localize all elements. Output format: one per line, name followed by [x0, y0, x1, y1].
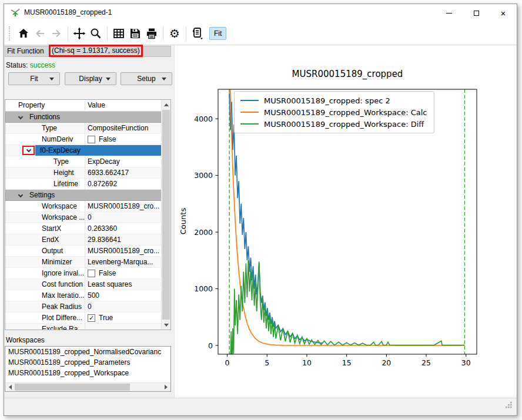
- property-row[interactable]: StartX0.263360: [5, 223, 161, 234]
- toolbar-separator: [163, 26, 163, 41]
- resize-grip[interactable]: [505, 401, 513, 411]
- toolbar-grip[interactable]: [9, 26, 11, 41]
- window-controls: ×: [436, 4, 517, 22]
- chart-title: MUSR00015189_cropped: [218, 69, 477, 79]
- property-value[interactable]: MUSR00015189_cro...: [88, 201, 160, 211]
- property-value[interactable]: ✓True: [88, 313, 160, 323]
- workspaces-items: MUSR00015189_cropped_NormalisedCovarianc…: [5, 347, 170, 378]
- chevron-down-icon[interactable]: [26, 147, 31, 152]
- fit-property-browser: Fit Function (Chi-sq = 1.91317, success)…: [4, 45, 174, 398]
- scrollbar-thumb[interactable]: [15, 384, 130, 391]
- property-row[interactable]: Exclude Ra...: [5, 324, 161, 330]
- y-tick-label: 2000: [194, 228, 213, 237]
- workspace-list-item[interactable]: MUSR00015189_cropped_Workspace: [5, 368, 170, 378]
- property-value[interactable]: 500: [88, 290, 160, 301]
- pan-icon[interactable]: [71, 25, 88, 42]
- chart-legend[interactable]: MUSR00015189_cropped: spec 2MUSR00015189…: [234, 91, 434, 133]
- workspace-list-item[interactable]: MUSR00015189_cropped_NormalisedCovarianc: [5, 347, 170, 357]
- y-axis-label: Counts: [179, 192, 188, 251]
- x-tick-label: 20: [382, 358, 391, 367]
- property-row[interactable]: NumDerivFalse: [5, 134, 161, 145]
- setup-menu-button[interactable]: Setup: [121, 72, 172, 85]
- plot-toolbar: ⚙ Fit: [4, 22, 517, 45]
- legend-line-sample: [240, 112, 259, 113]
- property-value[interactable]: 0: [88, 301, 160, 312]
- property-row[interactable]: Plot Differe...✓True: [5, 313, 161, 324]
- zoom-icon[interactable]: [88, 25, 104, 42]
- checkbox-checked[interactable]: ✓: [88, 314, 95, 322]
- scroll-down-button[interactable]: [162, 320, 170, 330]
- workspace-list-item[interactable]: MUSR00015189_cropped_Parameters: [5, 357, 170, 368]
- property-row[interactable]: Height6933.662417: [5, 167, 161, 179]
- scroll-right-button[interactable]: [161, 383, 170, 391]
- property-value[interactable]: MUSR00015189_cro...: [88, 246, 160, 256]
- print-icon[interactable]: [143, 25, 160, 42]
- forward-icon[interactable]: [48, 25, 65, 42]
- gear-icon[interactable]: ⚙: [166, 25, 183, 42]
- property-value[interactable]: False: [88, 134, 160, 145]
- grid-icon[interactable]: [111, 25, 127, 42]
- checkbox-unchecked[interactable]: [88, 136, 95, 143]
- property-label: Type: [42, 123, 57, 133]
- legend-line-sample: [240, 123, 259, 125]
- property-row[interactable]: TypeExpDecay: [5, 156, 161, 167]
- property-table: Property Value FunctionsTypeCompositeFun…: [5, 99, 171, 330]
- workspaces-label: Workspaces: [6, 336, 45, 344]
- save-icon[interactable]: [127, 25, 143, 42]
- property-row[interactable]: Ignore inval...False: [5, 268, 161, 279]
- property-value[interactable]: Levenberg-Marqua...: [88, 257, 160, 267]
- function-row-selected[interactable]: f0-ExpDecay: [5, 145, 161, 156]
- horizontal-scrollbar[interactable]: [5, 382, 170, 391]
- minimize-button[interactable]: [436, 4, 463, 22]
- maximize-button[interactable]: [463, 4, 490, 22]
- workspaces-list[interactable]: MUSR00015189_cropped_NormalisedCovarianc…: [5, 346, 171, 392]
- property-row[interactable]: EndX29.836641: [5, 234, 161, 246]
- property-value[interactable]: Least squares: [88, 279, 160, 290]
- chevron-down-icon: [49, 78, 54, 80]
- chevron-down-icon: [106, 78, 111, 80]
- property-value[interactable]: ExpDecay: [88, 156, 160, 167]
- legend-entry: MUSR00015189_cropped_Workspace: Calc: [240, 106, 427, 118]
- property-row[interactable]: MinimizerLevenberg-Marqua...: [5, 257, 161, 268]
- property-row[interactable]: OutputMUSR00015189_cro...: [5, 246, 161, 257]
- generate-script-icon[interactable]: [189, 25, 206, 42]
- section-row[interactable]: Settings: [5, 190, 161, 201]
- section-row[interactable]: Functions: [5, 112, 161, 123]
- property-row[interactable]: Max Iteratio...500: [5, 290, 161, 301]
- property-row[interactable]: Lifetime0.872692: [5, 179, 161, 190]
- title-bar[interactable]: MUSR00015189_cropped-1 ×: [4, 4, 517, 22]
- fit-menu-button[interactable]: Fit: [8, 72, 60, 85]
- back-icon[interactable]: [32, 25, 48, 42]
- property-row[interactable]: WorkspaceMUSR00015189_cro...: [5, 201, 161, 212]
- property-label: Ignore inval...: [42, 268, 84, 278]
- property-value[interactable]: 29.836641: [88, 234, 160, 245]
- property-value[interactable]: 6933.662417: [88, 167, 160, 178]
- plot-figure[interactable]: 05101520253001000200030004000 MUSR000151…: [174, 45, 517, 398]
- chevron-down-icon[interactable]: [18, 115, 23, 119]
- scroll-left-button[interactable]: [5, 383, 15, 391]
- property-row[interactable]: TypeCompositeFunction: [5, 123, 161, 134]
- scroll-up-button[interactable]: [162, 100, 170, 109]
- close-icon: ×: [501, 9, 506, 18]
- checkbox-unchecked[interactable]: [88, 270, 95, 277]
- vertical-scrollbar[interactable]: [161, 100, 170, 330]
- property-row[interactable]: Workspace ...0: [5, 212, 161, 223]
- scrollbar-thumb[interactable]: [162, 110, 170, 320]
- home-icon[interactable]: [15, 25, 32, 42]
- property-value[interactable]: 0.263360: [88, 223, 160, 234]
- chevron-down-icon[interactable]: [18, 193, 23, 197]
- close-button[interactable]: ×: [490, 4, 517, 22]
- toolbar-separator: [68, 26, 68, 41]
- fit-toolbar-button[interactable]: Fit: [209, 27, 226, 40]
- property-value[interactable]: 0: [88, 212, 160, 223]
- property-row[interactable]: Cost functionLeast squares: [5, 279, 161, 290]
- display-menu-button[interactable]: Display: [65, 72, 116, 85]
- column-header-property: Property: [18, 100, 45, 111]
- x-tick-label: 5: [265, 358, 269, 367]
- property-value[interactable]: False: [88, 268, 160, 278]
- status-line: Status: success: [6, 61, 55, 69]
- property-value[interactable]: 0.872692: [88, 179, 160, 189]
- property-value[interactable]: CompositeFunction: [88, 123, 160, 133]
- property-row[interactable]: Peak Radius0: [5, 301, 161, 313]
- column-header-value: Value: [88, 100, 105, 111]
